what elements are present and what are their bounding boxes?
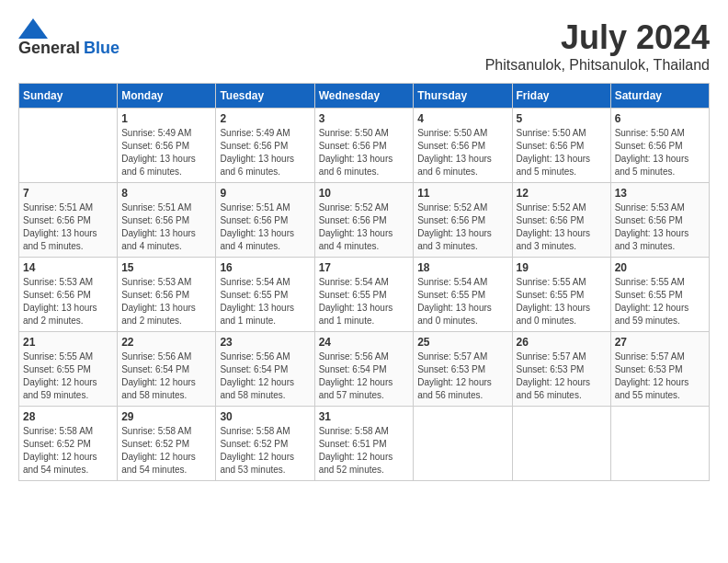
calendar-cell: 8Sunrise: 5:51 AMSunset: 6:56 PMDaylight…: [118, 183, 216, 258]
day-number: 14: [23, 261, 113, 274]
day-info: Sunrise: 5:55 AMSunset: 6:55 PMDaylight:…: [23, 350, 113, 402]
calendar-week-row: 28Sunrise: 5:58 AMSunset: 6:52 PMDayligh…: [19, 407, 710, 481]
calendar-cell: [19, 109, 118, 183]
day-info: Sunrise: 5:51 AMSunset: 6:56 PMDaylight:…: [220, 201, 310, 253]
calendar-cell: 25Sunrise: 5:57 AMSunset: 6:53 PMDayligh…: [414, 332, 512, 407]
day-number: 25: [417, 336, 507, 349]
calendar-cell: 1Sunrise: 5:49 AMSunset: 6:56 PMDaylight…: [118, 109, 216, 183]
day-number: 7: [23, 187, 113, 200]
day-info: Sunrise: 5:57 AMSunset: 6:53 PMDaylight:…: [615, 350, 705, 402]
day-number: 24: [319, 336, 410, 349]
day-info: Sunrise: 5:58 AMSunset: 6:52 PMDaylight:…: [23, 425, 113, 477]
weekday-header-wednesday: Wednesday: [314, 84, 414, 109]
day-number: 12: [517, 187, 607, 200]
calendar-cell: 18Sunrise: 5:54 AMSunset: 6:55 PMDayligh…: [414, 258, 512, 332]
day-info: Sunrise: 5:52 AMSunset: 6:56 PMDaylight:…: [517, 201, 607, 253]
day-info: Sunrise: 5:49 AMSunset: 6:56 PMDaylight:…: [220, 127, 310, 178]
calendar-cell: 10Sunrise: 5:52 AMSunset: 6:56 PMDayligh…: [314, 183, 414, 258]
calendar-week-row: 14Sunrise: 5:53 AMSunset: 6:56 PMDayligh…: [19, 258, 710, 332]
day-info: Sunrise: 5:55 AMSunset: 6:55 PMDaylight:…: [517, 276, 607, 327]
logo-icon: [18, 18, 48, 39]
calendar-cell: 19Sunrise: 5:55 AMSunset: 6:55 PMDayligh…: [512, 258, 610, 332]
day-number: 29: [121, 410, 211, 423]
month-year-title: July 2024: [485, 18, 710, 57]
calendar-cell: 15Sunrise: 5:53 AMSunset: 6:56 PMDayligh…: [118, 258, 216, 332]
day-number: 18: [417, 261, 507, 274]
day-info: Sunrise: 5:54 AMSunset: 6:55 PMDaylight:…: [319, 276, 410, 327]
calendar-cell: 30Sunrise: 5:58 AMSunset: 6:52 PMDayligh…: [216, 407, 314, 481]
day-number: 16: [220, 261, 310, 274]
calendar-cell: [610, 407, 709, 481]
day-number: 1: [121, 112, 211, 125]
day-info: Sunrise: 5:58 AMSunset: 6:52 PMDaylight:…: [121, 425, 211, 477]
calendar-cell: 9Sunrise: 5:51 AMSunset: 6:56 PMDaylight…: [216, 183, 314, 258]
logo-blue-text: Blue: [84, 39, 119, 58]
day-number: 28: [23, 410, 113, 423]
calendar-cell: 3Sunrise: 5:50 AMSunset: 6:56 PMDaylight…: [314, 109, 414, 183]
day-info: Sunrise: 5:50 AMSunset: 6:56 PMDaylight:…: [615, 127, 705, 178]
day-info: Sunrise: 5:56 AMSunset: 6:54 PMDaylight:…: [319, 350, 410, 402]
day-info: Sunrise: 5:56 AMSunset: 6:54 PMDaylight:…: [220, 350, 310, 402]
logo-general-text: General: [18, 39, 80, 58]
day-number: 22: [121, 336, 211, 349]
day-info: Sunrise: 5:50 AMSunset: 6:56 PMDaylight:…: [517, 127, 607, 178]
day-info: Sunrise: 5:55 AMSunset: 6:55 PMDaylight:…: [615, 276, 705, 327]
day-number: 26: [517, 336, 607, 349]
calendar-cell: [512, 407, 610, 481]
day-info: Sunrise: 5:50 AMSunset: 6:56 PMDaylight:…: [417, 127, 507, 178]
day-info: Sunrise: 5:58 AMSunset: 6:52 PMDaylight:…: [220, 425, 310, 477]
day-number: 27: [615, 336, 705, 349]
day-info: Sunrise: 5:54 AMSunset: 6:55 PMDaylight:…: [417, 276, 507, 327]
calendar-cell: 13Sunrise: 5:53 AMSunset: 6:56 PMDayligh…: [610, 183, 709, 258]
day-info: Sunrise: 5:53 AMSunset: 6:56 PMDaylight:…: [615, 201, 705, 253]
weekday-header-sunday: Sunday: [19, 84, 118, 109]
day-number: 8: [121, 187, 211, 200]
day-number: 19: [517, 261, 607, 274]
calendar-cell: 20Sunrise: 5:55 AMSunset: 6:55 PMDayligh…: [610, 258, 709, 332]
svg-marker-0: [18, 18, 48, 39]
day-info: Sunrise: 5:57 AMSunset: 6:53 PMDaylight:…: [417, 350, 507, 402]
day-number: 21: [23, 336, 113, 349]
calendar-week-row: 1Sunrise: 5:49 AMSunset: 6:56 PMDaylight…: [19, 109, 710, 183]
calendar-cell: 2Sunrise: 5:49 AMSunset: 6:56 PMDaylight…: [216, 109, 314, 183]
calendar-cell: 7Sunrise: 5:51 AMSunset: 6:56 PMDaylight…: [19, 183, 118, 258]
day-number: 13: [615, 187, 705, 200]
calendar-cell: 24Sunrise: 5:56 AMSunset: 6:54 PMDayligh…: [314, 332, 414, 407]
calendar-cell: [414, 407, 512, 481]
calendar-cell: 21Sunrise: 5:55 AMSunset: 6:55 PMDayligh…: [19, 332, 118, 407]
day-info: Sunrise: 5:52 AMSunset: 6:56 PMDaylight:…: [319, 201, 410, 253]
weekday-header-friday: Friday: [512, 84, 610, 109]
day-info: Sunrise: 5:56 AMSunset: 6:54 PMDaylight:…: [121, 350, 211, 402]
calendar-cell: 11Sunrise: 5:52 AMSunset: 6:56 PMDayligh…: [414, 183, 512, 258]
day-info: Sunrise: 5:53 AMSunset: 6:56 PMDaylight:…: [23, 276, 113, 327]
day-number: 20: [615, 261, 705, 274]
day-number: 4: [417, 112, 507, 125]
day-info: Sunrise: 5:57 AMSunset: 6:53 PMDaylight:…: [517, 350, 607, 402]
day-number: 10: [319, 187, 410, 200]
day-info: Sunrise: 5:49 AMSunset: 6:56 PMDaylight:…: [121, 127, 211, 178]
day-number: 5: [517, 112, 607, 125]
calendar-cell: 16Sunrise: 5:54 AMSunset: 6:55 PMDayligh…: [216, 258, 314, 332]
day-info: Sunrise: 5:58 AMSunset: 6:51 PMDaylight:…: [319, 425, 410, 477]
day-number: 31: [319, 410, 410, 423]
calendar-cell: 31Sunrise: 5:58 AMSunset: 6:51 PMDayligh…: [314, 407, 414, 481]
day-info: Sunrise: 5:50 AMSunset: 6:56 PMDaylight:…: [319, 127, 410, 178]
day-number: 3: [319, 112, 410, 125]
day-number: 2: [220, 112, 310, 125]
weekday-header-tuesday: Tuesday: [216, 84, 314, 109]
calendar-cell: 26Sunrise: 5:57 AMSunset: 6:53 PMDayligh…: [512, 332, 610, 407]
day-number: 23: [220, 336, 310, 349]
calendar-table: SundayMondayTuesdayWednesdayThursdayFrid…: [18, 83, 710, 481]
day-info: Sunrise: 5:51 AMSunset: 6:56 PMDaylight:…: [23, 201, 113, 253]
weekday-header-row: SundayMondayTuesdayWednesdayThursdayFrid…: [19, 84, 710, 109]
calendar-cell: 4Sunrise: 5:50 AMSunset: 6:56 PMDaylight…: [414, 109, 512, 183]
day-number: 17: [319, 261, 410, 274]
day-info: Sunrise: 5:54 AMSunset: 6:55 PMDaylight:…: [220, 276, 310, 327]
location-text: Phitsanulok, Phitsanulok, Thailand: [485, 57, 710, 74]
calendar-week-row: 21Sunrise: 5:55 AMSunset: 6:55 PMDayligh…: [19, 332, 710, 407]
weekday-header-thursday: Thursday: [414, 84, 512, 109]
calendar-week-row: 7Sunrise: 5:51 AMSunset: 6:56 PMDaylight…: [19, 183, 710, 258]
day-number: 9: [220, 187, 310, 200]
calendar-cell: 12Sunrise: 5:52 AMSunset: 6:56 PMDayligh…: [512, 183, 610, 258]
calendar-cell: 14Sunrise: 5:53 AMSunset: 6:56 PMDayligh…: [19, 258, 118, 332]
